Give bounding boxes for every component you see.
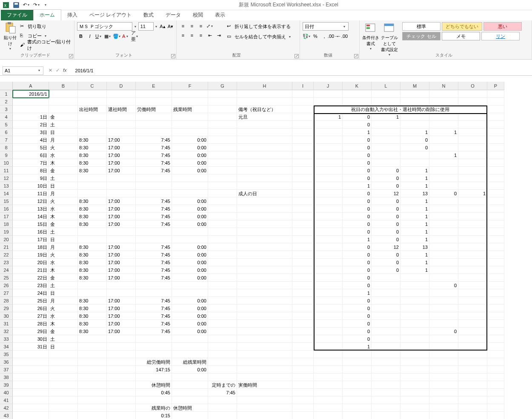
cell-C17[interactable]: 8:30 (78, 213, 107, 220)
cell-I31[interactable] (292, 320, 314, 328)
cell-A38[interactable] (13, 373, 49, 381)
cell-H16[interactable] (237, 205, 292, 213)
cell-D20[interactable] (107, 236, 136, 243)
cell-G33[interactable] (208, 335, 237, 343)
cell-D24[interactable]: 17:00 (107, 266, 136, 274)
cell-F3[interactable]: 残業時間 (172, 105, 208, 113)
cell-M15[interactable]: 1 (400, 197, 429, 205)
cell-C36[interactable] (78, 358, 107, 366)
format-painter-button[interactable]: 🖌書式のコピー/貼り付け (20, 41, 72, 49)
cell-F2[interactable] (172, 98, 208, 105)
cell-D19[interactable] (107, 228, 136, 236)
cell-M1[interactable] (400, 90, 429, 98)
cell-K19[interactable]: 0 (343, 228, 372, 236)
cell-K17[interactable]: 0 (343, 213, 372, 220)
cell-N10[interactable] (429, 159, 458, 167)
row-header-10[interactable]: 10 (0, 159, 13, 167)
cell-G29[interactable] (208, 305, 237, 312)
cell-O34[interactable] (458, 343, 487, 351)
cell-C4[interactable] (78, 113, 107, 121)
cell-H9[interactable] (237, 151, 292, 159)
cell-O38[interactable] (458, 373, 487, 381)
cell-A26[interactable]: 23日 (13, 282, 49, 289)
cell-G27[interactable] (208, 289, 237, 297)
cell-B38[interactable] (49, 373, 78, 381)
cell-O22[interactable] (458, 251, 487, 259)
cell-O23[interactable] (458, 259, 487, 266)
cell-F10[interactable]: 0:00 (172, 159, 208, 167)
cell-N21[interactable] (429, 243, 458, 251)
cell-I34[interactable] (292, 343, 314, 351)
cell-P12[interactable] (487, 174, 504, 182)
style-link[interactable]: リン (481, 32, 520, 40)
cell-N4[interactable] (429, 113, 458, 121)
cell-B33[interactable]: 土 (49, 335, 78, 343)
cell-L19[interactable]: 0 (372, 228, 400, 236)
cell-K16[interactable]: 0 (343, 205, 372, 213)
cell-O4[interactable] (458, 113, 487, 121)
row-header-34[interactable]: 34 (0, 343, 13, 351)
cell-H2[interactable] (237, 98, 292, 105)
cell-D38[interactable] (107, 373, 136, 381)
clipboard-dialog-launcher[interactable]: ⤢ (69, 54, 73, 58)
cell-E41[interactable] (136, 396, 172, 404)
cell-H34[interactable] (237, 343, 292, 351)
cell-A8[interactable]: 5日 (13, 144, 49, 151)
cell-D36[interactable] (107, 358, 136, 366)
cell-F17[interactable]: 0:00 (172, 213, 208, 220)
cell-B22[interactable]: 火 (49, 251, 78, 259)
row-header-30[interactable]: 30 (0, 312, 13, 320)
cell-A39[interactable] (13, 381, 49, 389)
cell-H39[interactable]: 実働時間 (237, 381, 292, 389)
cancel-icon[interactable]: ✕ (49, 68, 52, 73)
cell-L7[interactable] (372, 136, 400, 144)
cell-D22[interactable]: 17:00 (107, 251, 136, 259)
cell-I36[interactable] (292, 358, 314, 366)
row-header-1[interactable]: 1 (0, 90, 13, 98)
cell-C7[interactable]: 8:30 (78, 136, 107, 144)
cell-C29[interactable]: 8:30 (78, 305, 107, 312)
cell-F16[interactable]: 0:00 (172, 205, 208, 213)
align-left-icon[interactable]: ≡ (179, 31, 187, 39)
cell-P28[interactable] (487, 297, 504, 305)
cell-G11[interactable] (208, 167, 237, 174)
cell-G19[interactable] (208, 228, 237, 236)
cell-F14[interactable] (172, 190, 208, 197)
cell-H3[interactable]: 備考（祝日など） (237, 105, 292, 113)
cell-E12[interactable] (136, 174, 172, 182)
decrease-decimal-icon[interactable]: ←.00 (338, 32, 346, 40)
cell-O26[interactable] (458, 282, 487, 289)
cell-I29[interactable] (292, 305, 314, 312)
font-name-combo[interactable] (77, 22, 132, 31)
cell-H24[interactable] (237, 266, 292, 274)
cell-L28[interactable] (372, 297, 400, 305)
cell-D27[interactable] (107, 289, 136, 297)
cell-F37[interactable]: 0:00 (172, 366, 208, 373)
cell-P38[interactable] (487, 373, 504, 381)
column-header-F[interactable]: F (172, 82, 208, 90)
cell-L36[interactable] (372, 358, 400, 366)
cell-B15[interactable]: 火 (49, 197, 78, 205)
cell-H38[interactable] (237, 373, 292, 381)
cell-I10[interactable] (292, 159, 314, 167)
cell-G43[interactable] (208, 412, 237, 419)
cell-B16[interactable]: 水 (49, 205, 78, 213)
cell-J11[interactable] (314, 167, 343, 174)
row-header-17[interactable]: 17 (0, 213, 13, 220)
cell-G2[interactable] (208, 98, 237, 105)
cell-I5[interactable] (292, 121, 314, 128)
cell-M6[interactable]: 1 (400, 128, 429, 136)
cell-O16[interactable] (458, 205, 487, 213)
cell-E16[interactable]: 7:45 (136, 205, 172, 213)
cell-L40[interactable] (372, 389, 400, 396)
cell-M4[interactable] (400, 113, 429, 121)
cell-I22[interactable] (292, 251, 314, 259)
cell-D31[interactable]: 17:00 (107, 320, 136, 328)
cell-F7[interactable]: 0:00 (172, 136, 208, 144)
cell-K34[interactable]: 1 (343, 343, 372, 351)
align-middle-icon[interactable]: ≡ (188, 22, 196, 30)
cell-D11[interactable]: 17:00 (107, 167, 136, 174)
cell-F42[interactable]: 休憩時間 (172, 404, 208, 412)
cell-B42[interactable] (49, 404, 78, 412)
cell-P17[interactable] (487, 213, 504, 220)
